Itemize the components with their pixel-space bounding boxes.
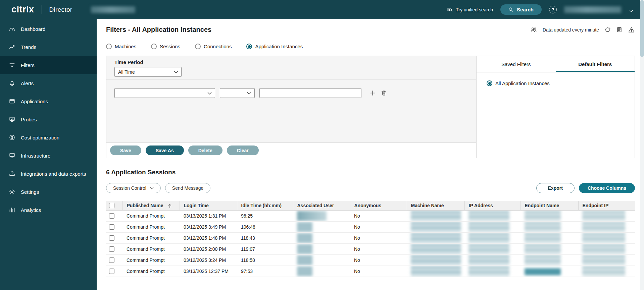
table-row[interactable]: Command Prompt 03/13/2025 12:37 PM 97:53… bbox=[106, 266, 635, 277]
endpoint-ip-redacted bbox=[582, 244, 625, 254]
infrastructure-icon bbox=[9, 152, 15, 159]
time-period-label: Time Period bbox=[114, 59, 476, 65]
cell-published-name: Command Prompt bbox=[122, 243, 180, 254]
sidebar-item-trends[interactable]: Trends bbox=[0, 38, 97, 56]
col-header-endpoint-name[interactable]: Endpoint Name bbox=[521, 201, 578, 210]
col-header-published-name[interactable]: Published Name bbox=[122, 201, 180, 210]
cell-login-time: 03/12/2025 1:48 PM bbox=[180, 232, 237, 243]
endpoint-ip-redacted bbox=[582, 222, 625, 232]
radio-machines[interactable]: Machines bbox=[106, 44, 136, 49]
col-header-machine-name[interactable]: Machine Name bbox=[407, 201, 464, 210]
cell-idle-time: 119:07 bbox=[237, 243, 293, 254]
export-button[interactable]: Export bbox=[536, 183, 575, 193]
choose-columns-button[interactable]: Choose Columns bbox=[579, 183, 635, 193]
save-as-button[interactable]: Save As bbox=[146, 146, 184, 155]
col-header-anonymous[interactable]: Anonymous bbox=[350, 201, 407, 210]
col-header-label: Published Name bbox=[127, 203, 163, 208]
sidebar-item-settings[interactable]: Settings bbox=[0, 183, 97, 201]
users-icon[interactable] bbox=[530, 26, 537, 33]
help-button[interactable]: ? bbox=[549, 6, 557, 13]
time-period-select[interactable]: All Time bbox=[114, 67, 182, 77]
sidebar-item-cost-optimization[interactable]: Cost optimization bbox=[0, 128, 97, 147]
sidebar-item-alerts[interactable]: Alerts bbox=[0, 74, 97, 92]
col-header-idle-time[interactable]: Idle Time (hh:mm) bbox=[237, 201, 293, 210]
row-checkbox[interactable] bbox=[109, 235, 114, 241]
ip-address-redacted bbox=[468, 255, 509, 265]
tab-default-filters[interactable]: Default Filters bbox=[556, 56, 635, 72]
select-all-checkbox[interactable] bbox=[109, 203, 114, 208]
associated-user-redacted bbox=[297, 222, 312, 232]
ip-address-redacted bbox=[468, 244, 509, 254]
delete-button[interactable]: Delete bbox=[188, 146, 222, 155]
filter-value-input[interactable] bbox=[259, 88, 361, 98]
add-filter-icon[interactable] bbox=[369, 90, 376, 96]
sort-ascending-icon[interactable] bbox=[168, 204, 172, 208]
report-icon[interactable] bbox=[616, 26, 623, 33]
try-unified-search-link[interactable]: Try unified search bbox=[456, 7, 493, 12]
sidebar-item-infrastructure[interactable]: Infrastructure bbox=[0, 147, 97, 165]
filter-criteria-row bbox=[106, 80, 476, 142]
refresh-icon[interactable] bbox=[604, 26, 611, 33]
radio-connections[interactable]: Connections bbox=[195, 44, 232, 49]
sidebar-item-probes[interactable]: Probes bbox=[0, 110, 97, 128]
endpoint-name-redacted bbox=[525, 222, 561, 232]
sidebar-item-analytics[interactable]: Analytics bbox=[0, 201, 97, 219]
cell-ip-address bbox=[464, 232, 521, 243]
cell-endpoint-ip bbox=[578, 232, 635, 243]
user-account-redacted[interactable] bbox=[564, 6, 621, 13]
warning-triangle-icon[interactable] bbox=[628, 26, 635, 33]
logo-divider bbox=[42, 5, 42, 14]
save-button[interactable]: Save bbox=[110, 146, 141, 155]
col-header-ip-address[interactable]: IP Address bbox=[464, 201, 521, 210]
filter-field-select[interactable] bbox=[114, 88, 215, 98]
sidebar-item-applications[interactable]: Applications bbox=[0, 92, 97, 110]
title-actions: Data updated every minute bbox=[530, 26, 635, 33]
row-checkbox[interactable] bbox=[109, 257, 114, 263]
col-header-associated-user[interactable]: Associated User bbox=[293, 201, 350, 210]
col-header-login-time[interactable]: Login Time bbox=[180, 201, 237, 210]
table-row[interactable]: Command Prompt 03/12/2025 3:49 PM 106:48… bbox=[106, 221, 635, 232]
tab-saved-filters[interactable]: Saved Filters bbox=[477, 56, 556, 72]
sessions-toolbar: Session Control Send Message Export Choo… bbox=[106, 183, 635, 193]
trash-icon[interactable] bbox=[381, 90, 387, 96]
page-scrollbar[interactable] bbox=[640, 0, 644, 290]
table-row[interactable]: Command Prompt 03/12/2025 3:24 PM 118:58… bbox=[106, 254, 635, 266]
chevron-down-icon bbox=[207, 92, 212, 95]
sidebar-item-dashboard[interactable]: Dashboard bbox=[0, 20, 97, 38]
sidebar-item-integrations[interactable]: Integrations and data exports bbox=[0, 165, 97, 183]
table-row[interactable]: Command Prompt 03/12/2025 2:00 PM 119:07… bbox=[106, 243, 635, 254]
send-message-button[interactable]: Send Message bbox=[165, 183, 210, 193]
session-control-button[interactable]: Session Control bbox=[106, 183, 161, 193]
row-checkbox[interactable] bbox=[109, 213, 114, 219]
radio-application-instances[interactable]: Application Instances bbox=[246, 44, 303, 49]
radio-sessions[interactable]: Sessions bbox=[151, 44, 180, 49]
row-checkbox[interactable] bbox=[109, 246, 114, 252]
ip-address-redacted bbox=[468, 266, 509, 276]
row-checkbox[interactable] bbox=[109, 269, 114, 274]
col-header-endpoint-ip[interactable]: Endpoint IP bbox=[578, 201, 635, 210]
radio-circle bbox=[151, 44, 157, 49]
row-checkbox[interactable] bbox=[109, 224, 114, 230]
sessions-table-body: Command Prompt 03/13/2025 1:31 PM 96:25 … bbox=[106, 210, 635, 277]
table-row[interactable]: Command Prompt 03/12/2025 1:48 PM 118:43… bbox=[106, 232, 635, 243]
radio-all-application-instances[interactable]: All Application Instances bbox=[487, 80, 635, 86]
chevron-down-icon[interactable] bbox=[629, 9, 634, 13]
scrollbar-thumb[interactable] bbox=[640, 0, 644, 57]
try-unified-search[interactable]: Try unified search bbox=[447, 7, 493, 13]
cell-idle-time: 96:25 bbox=[237, 210, 293, 221]
search-button[interactable]: Search bbox=[500, 4, 542, 15]
cost-optimization-icon bbox=[9, 134, 15, 141]
radio-circle bbox=[246, 44, 252, 49]
filter-type-radios: Machines Sessions Connections Applicatio… bbox=[106, 44, 635, 49]
cell-ip-address bbox=[464, 210, 521, 221]
table-header-row: Published Name Login Time Idle Time (hh:… bbox=[106, 201, 635, 210]
machine-name-redacted bbox=[411, 211, 461, 221]
cell-machine-name bbox=[407, 232, 464, 243]
sidebar-item-label: Applications bbox=[21, 99, 48, 104]
search-button-label: Search bbox=[517, 7, 534, 12]
endpoint-ip-redacted bbox=[582, 255, 625, 265]
sidebar-item-filters[interactable]: Filters bbox=[0, 56, 97, 74]
filter-operator-select[interactable] bbox=[220, 88, 255, 98]
clear-button[interactable]: Clear bbox=[227, 146, 259, 155]
table-row[interactable]: Command Prompt 03/13/2025 1:31 PM 96:25 … bbox=[106, 210, 635, 221]
